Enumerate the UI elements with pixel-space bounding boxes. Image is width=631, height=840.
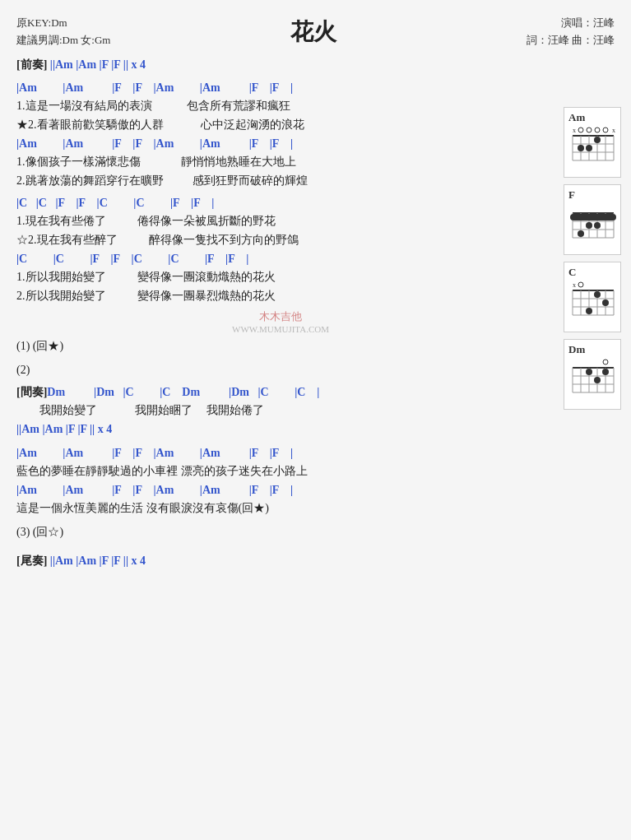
svg-point-48 bbox=[603, 360, 608, 364]
artist-info: 演唱：汪峰 詞：汪峰 曲：汪峰 bbox=[516, 15, 615, 49]
page: 原KEY:Dm 建議男調:Dm 女:Gm 花火 演唱：汪峰 詞：汪峰 曲：汪峰 … bbox=[0, 0, 631, 840]
original-key: 原KEY:Dm bbox=[16, 15, 110, 32]
chord-am-name: Am bbox=[568, 111, 616, 124]
chorus1-lyric2a: 1.所以我開始變了 變得像一團滾動熾熱的花火 bbox=[16, 268, 545, 285]
chorus1-lyric1a: 1.現在我有些倦了 倦得像一朵被風折斷的野花 bbox=[16, 212, 545, 230]
interlude-section: [間奏]Dm |Dm |C |C Dm |Dm |C |C | 我開始變了 我開… bbox=[16, 383, 545, 438]
watermark-text: 木木吉他 bbox=[16, 309, 545, 324]
intro-line: [前奏] ||Am |Am |F |F || x 4 bbox=[16, 58, 545, 72]
chord-diagrams: Am x x bbox=[564, 107, 621, 410]
verse1-lyric2a: 1.像個孩子一樣滿懷悲傷 靜悄悄地熟睡在大地上 bbox=[16, 153, 545, 170]
watermark-url: WWW.MUMUJITA.COM bbox=[16, 324, 545, 334]
svg-point-2 bbox=[587, 128, 592, 132]
svg-rect-29 bbox=[570, 214, 616, 220]
writer-label: 詞：汪峰 曲：汪峰 bbox=[516, 32, 615, 49]
intro-chords: ||Am |Am |F |F || x 4 bbox=[50, 58, 146, 71]
chord-c-diagram: x bbox=[568, 281, 618, 326]
svg-text:x: x bbox=[573, 281, 576, 289]
chorus1-chord2: |C |C |F |F |C |C |F |F | bbox=[16, 250, 545, 267]
header: 原KEY:Dm 建議男調:Dm 女:Gm 花火 演唱：汪峰 詞：汪峰 曲：汪峰 bbox=[16, 15, 615, 49]
marker2-section: (2) bbox=[16, 361, 545, 378]
marker3: (3) (回☆) bbox=[16, 523, 545, 541]
chord-f: F bbox=[564, 184, 621, 255]
suggested-key: 建議男調:Dm 女:Gm bbox=[16, 32, 110, 49]
svg-point-16 bbox=[578, 145, 584, 151]
chorus1-lyric1b: ☆2.現在我有些醉了 醉得像一隻找不到方向的野鴿 bbox=[16, 231, 545, 248]
chord-f-name: F bbox=[568, 188, 616, 202]
svg-point-31 bbox=[594, 222, 601, 229]
verse1-lyric1a: 1.這是一場沒有結局的表演 包含所有荒謬和瘋狂 bbox=[16, 97, 545, 114]
chord-c-name: C bbox=[568, 266, 616, 279]
chord-f-diagram bbox=[568, 203, 618, 248]
interlude-lyric: 我開始變了 我開始睏了 我開始倦了 bbox=[16, 401, 545, 419]
watermark: 木木吉他 WWW.MUMUJITA.COM bbox=[16, 309, 545, 334]
verse1-lyric1b: ★2.看著眼前歡笑驕傲的人群 心中泛起洶湧的浪花 bbox=[16, 116, 545, 133]
interlude-chord: [間奏]Dm |Dm |C |C Dm |Dm |C |C | bbox=[16, 383, 545, 401]
svg-point-1 bbox=[578, 128, 583, 132]
content-area: [前奏] ||Am |Am |F |F || x 4 |Am |Am |F |F… bbox=[16, 58, 545, 569]
svg-point-18 bbox=[594, 137, 601, 143]
svg-point-30 bbox=[586, 222, 592, 229]
svg-text:x: x bbox=[612, 127, 615, 134]
svg-point-47 bbox=[602, 299, 609, 306]
interlude-chords2: ||Am |Am |F |F || x 4 bbox=[16, 420, 545, 438]
song-title: 花火 bbox=[110, 16, 516, 48]
chorus1-section: |C |C |F |F |C |C |F |F | 1.現在我有些倦了 倦得像一… bbox=[16, 194, 545, 304]
verse2-section: |Am |Am |F |F |Am |Am |F |F | 藍色的夢睡在靜靜駛過… bbox=[16, 444, 545, 517]
chorus1-chord1: |C |C |F |F |C |C |F |F | bbox=[16, 194, 545, 211]
svg-point-17 bbox=[586, 145, 592, 151]
outro-section: [尾奏] ||Am |Am |F |F || x 4 bbox=[16, 554, 545, 569]
artist-label: 演唱：汪峰 bbox=[516, 15, 615, 32]
verse1-chord2: |Am |Am |F |F |Am |Am |F |F | bbox=[16, 135, 545, 152]
chord-dm-name: Dm bbox=[568, 343, 616, 356]
chord-dm-diagram bbox=[568, 358, 618, 403]
intro-section: [前奏] ||Am |Am |F |F || x 4 bbox=[16, 58, 545, 72]
verse2-chord2: |Am |Am |F |F |Am |Am |F |F | bbox=[16, 481, 545, 499]
chord-am-diagram: x x bbox=[568, 126, 618, 171]
chord-dm: Dm bbox=[564, 339, 621, 410]
outro-line: [尾奏] ||Am |Am |F |F || x 4 bbox=[16, 554, 545, 569]
svg-point-32 bbox=[578, 230, 584, 237]
verse2-lyric1: 藍色的夢睡在靜靜駛過的小車裡 漂亮的孩子迷失在小路上 bbox=[16, 462, 545, 480]
outro-label: [尾奏] bbox=[16, 555, 47, 567]
svg-point-46 bbox=[594, 291, 601, 298]
outro-chords: ||Am |Am |F |F || x 4 bbox=[50, 555, 146, 567]
verse1-section: |Am |Am |F |F |Am |Am |F |F | 1.這是一場沒有結局… bbox=[16, 79, 545, 189]
verse1-lyric2b: 2.跳著放蕩的舞蹈穿行在曠野 感到狂野而破碎的輝煌 bbox=[16, 172, 545, 189]
intro-label: [前奏] bbox=[16, 58, 47, 71]
svg-point-4 bbox=[603, 128, 608, 132]
marker1: (1) (回★) bbox=[16, 337, 545, 355]
svg-point-45 bbox=[586, 308, 592, 314]
key-info: 原KEY:Dm 建議男調:Dm 女:Gm bbox=[16, 15, 110, 49]
interlude-label: [間奏] bbox=[16, 386, 47, 398]
chord-am: Am x x bbox=[564, 107, 621, 178]
verse2-chord1: |Am |Am |F |F |Am |Am |F |F | bbox=[16, 444, 545, 462]
chorus1-lyric2b: 2.所以我開始變了 變得像一團暴烈熾熱的花火 bbox=[16, 287, 545, 304]
svg-text:x: x bbox=[573, 127, 576, 134]
svg-point-61 bbox=[602, 369, 609, 375]
svg-point-59 bbox=[586, 369, 592, 375]
svg-point-3 bbox=[595, 128, 600, 132]
marker1-section: (1) (回★) bbox=[16, 337, 545, 355]
marker3-section: (3) (回☆) bbox=[16, 523, 545, 541]
verse2-lyric2: 這是一個永恆美麗的生活 沒有眼淚沒有哀傷(回★) bbox=[16, 499, 545, 517]
svg-point-60 bbox=[594, 377, 601, 383]
chord-c: C x bbox=[564, 262, 621, 332]
verse1-chord1: |Am |Am |F |F |Am |Am |F |F | bbox=[16, 79, 545, 96]
marker2: (2) bbox=[16, 361, 545, 378]
svg-point-34 bbox=[578, 282, 583, 287]
